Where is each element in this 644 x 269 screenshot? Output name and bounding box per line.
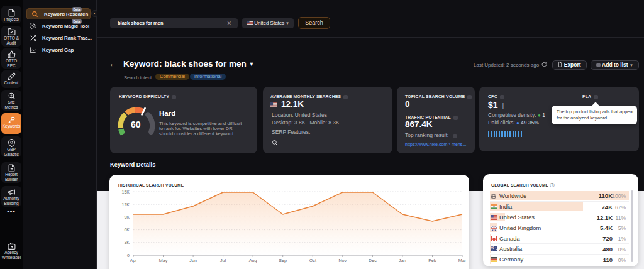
svg-text:Sep: Sep	[279, 258, 287, 263]
svg-text:May: May	[159, 258, 168, 263]
svg-text:Nov: Nov	[338, 258, 347, 263]
svg-text:3K: 3K	[124, 240, 130, 244]
svg-text:Dec: Dec	[369, 258, 377, 263]
svg-text:6K: 6K	[124, 228, 130, 232]
svg-text:Jul: Jul	[220, 258, 226, 263]
svg-text:Jun: Jun	[189, 258, 197, 263]
svg-text:Jan: Jan	[399, 258, 406, 263]
svg-text:Oct: Oct	[309, 258, 316, 263]
svg-text:Apr: Apr	[130, 258, 137, 263]
svg-text:15K: 15K	[122, 190, 130, 194]
svg-text:Feb: Feb	[428, 258, 436, 263]
svg-text:Aug: Aug	[249, 258, 257, 263]
svg-text:Mar: Mar	[458, 258, 467, 263]
svg-text:9K: 9K	[124, 215, 130, 219]
svg-text:0: 0	[127, 253, 130, 258]
svg-text:12K: 12K	[122, 202, 130, 207]
